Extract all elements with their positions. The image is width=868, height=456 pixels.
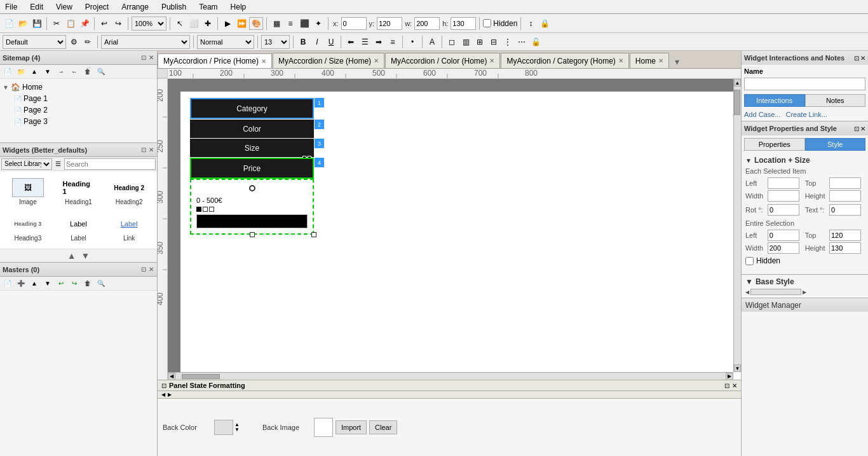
masters-close-icon[interactable]: ✕: [148, 265, 154, 273]
color-picker-icon[interactable]: 🎨: [249, 17, 263, 30]
resize-handle-bottom[interactable]: [250, 232, 255, 237]
preview-icon[interactable]: ⏩: [235, 17, 248, 30]
valign-icon[interactable]: ⊟: [487, 36, 500, 48]
widgets-close-icon[interactable]: ✕: [148, 146, 154, 154]
widget-label[interactable]: Label Label: [55, 211, 103, 245]
e-width-input[interactable]: [768, 242, 799, 254]
acc-color-header[interactable]: Color: [190, 120, 314, 138]
tab-2-close[interactable]: ✕: [489, 57, 494, 64]
arrange2-icon[interactable]: ▥: [459, 36, 472, 48]
masters-add2-icon[interactable]: ➕: [15, 277, 27, 290]
sitemap-search-icon[interactable]: 🔍: [95, 66, 107, 78]
tab-4-close[interactable]: ✕: [658, 57, 663, 64]
interactions-close-icon[interactable]: ✕: [860, 55, 865, 62]
color-down-arrow[interactable]: ▼: [234, 427, 240, 432]
create-link-link[interactable]: Create Link...: [785, 111, 827, 118]
bold-icon[interactable]: B: [297, 36, 309, 48]
style-manage-icon[interactable]: ⚙: [67, 36, 80, 48]
acc-category-header[interactable]: Category: [190, 98, 314, 119]
style-edit-icon[interactable]: ✏: [81, 36, 94, 48]
location-arrow-icon[interactable]: ▼: [745, 157, 752, 164]
cut-icon[interactable]: ✂: [50, 17, 63, 30]
group-icon[interactable]: ⊞: [473, 36, 486, 48]
base-style-arrow-icon[interactable]: ▼: [745, 277, 753, 286]
left-input[interactable]: [768, 177, 799, 189]
masters-green-icon[interactable]: ↩: [55, 277, 67, 290]
menu-arrange[interactable]: Arrange: [119, 1, 151, 13]
tab-3[interactable]: MyAccordion / Category (Home) ✕: [501, 53, 628, 68]
style-select[interactable]: Normal: [197, 35, 254, 49]
masters-delete-icon[interactable]: 🗑: [81, 277, 94, 290]
copy-icon[interactable]: 📋: [64, 17, 77, 30]
scroll-up-icon[interactable]: ▲: [65, 251, 79, 261]
open-icon[interactable]: 📂: [17, 17, 29, 30]
vscroll-thumb[interactable]: [734, 90, 740, 115]
effects-icon[interactable]: ✦: [312, 17, 325, 30]
widget-heading3[interactable]: Heading 3 Heading3: [4, 211, 52, 245]
lock2-icon[interactable]: 🔓: [529, 36, 542, 48]
default-select[interactable]: Default: [3, 35, 66, 49]
widget-link[interactable]: Label Link: [105, 211, 153, 245]
tab-0-close[interactable]: ✕: [261, 58, 266, 65]
hidden-prop-checkbox[interactable]: [745, 257, 754, 265]
border-icon[interactable]: ▦: [270, 17, 283, 30]
base-scroll-right-icon[interactable]: ▶: [803, 289, 806, 295]
widget-heading2[interactable]: Heading 2 Heading2: [105, 175, 153, 209]
menu-help[interactable]: Help: [228, 1, 249, 13]
import-button[interactable]: Import: [336, 420, 367, 434]
undo-icon[interactable]: ↩: [98, 17, 111, 30]
tab-0[interactable]: MyAccordion / Price (Home) ✕: [158, 53, 272, 69]
acc-size-header[interactable]: Size: [190, 139, 314, 157]
menu-team[interactable]: Team: [196, 1, 220, 13]
justify-icon[interactable]: ≡: [386, 36, 399, 48]
save-icon[interactable]: 💾: [31, 17, 43, 30]
interactions-expand-icon[interactable]: ⊡: [854, 55, 859, 62]
bottom-expand-icon[interactable]: ⊡: [161, 382, 166, 389]
tab-4[interactable]: Home ✕: [630, 53, 669, 68]
tab-1[interactable]: MyAccordion / Size (Home) ✕: [273, 53, 384, 68]
tab-properties[interactable]: Properties: [744, 138, 805, 151]
sitemap-home-item[interactable]: ▼ 🏠 Home: [3, 81, 154, 93]
tab-style[interactable]: Style: [805, 138, 866, 151]
w-input[interactable]: [414, 17, 440, 30]
widget-heading1[interactable]: Heading 1 Heading1: [55, 175, 103, 209]
scroll-down-btn2[interactable]: ▼: [734, 364, 741, 372]
props-close-icon[interactable]: ✕: [860, 125, 865, 132]
library-select[interactable]: Select Library: [1, 158, 52, 170]
hscroll-thumb[interactable]: [182, 374, 220, 379]
crop-icon[interactable]: ✚: [201, 17, 214, 30]
e-top-input[interactable]: [829, 230, 861, 241]
sitemap-folder-icon[interactable]: 📁: [15, 66, 27, 78]
scroll-left-btn[interactable]: ◀: [168, 373, 175, 380]
sitemap-close-icon[interactable]: ✕: [148, 53, 154, 62]
menu-project[interactable]: Project: [83, 1, 111, 13]
slider-handle[interactable]: [249, 185, 255, 191]
sitemap-add-icon[interactable]: 📄: [1, 66, 14, 78]
sitemap-page2[interactable]: 📄 Page 2: [14, 104, 154, 116]
new-icon[interactable]: 📄: [3, 17, 15, 30]
tab-notes[interactable]: Notes: [805, 94, 866, 107]
e-height-input[interactable]: [829, 242, 861, 254]
widgets-search[interactable]: [64, 158, 156, 170]
masters-expand-icon[interactable]: ⊡: [140, 265, 147, 273]
masters-up-icon[interactable]: ▲: [28, 277, 41, 290]
sitemap-delete-icon[interactable]: 🗑: [81, 66, 94, 78]
sitemap-page1[interactable]: 📄 Page 1: [14, 93, 154, 104]
masters-green2-icon[interactable]: ↪: [68, 277, 81, 290]
top-input[interactable]: [829, 177, 861, 189]
h-input[interactable]: [451, 17, 476, 30]
sitemap-page3[interactable]: 📄 Page 3: [14, 116, 154, 127]
widgets-menu-icon[interactable]: ☰: [53, 158, 63, 170]
bottom-scroll-right[interactable]: ▶: [168, 392, 172, 397]
more-icon[interactable]: ⋯: [515, 36, 528, 48]
paste-icon[interactable]: 📌: [78, 17, 91, 30]
sitemap-outdent-icon[interactable]: ←: [68, 66, 81, 78]
italic-icon[interactable]: I: [311, 36, 323, 48]
menu-file[interactable]: File: [3, 1, 20, 13]
pointer-icon[interactable]: ↖: [173, 17, 186, 30]
e-left-input[interactable]: [768, 230, 799, 241]
menu-publish[interactable]: Publish: [159, 1, 189, 13]
height-input[interactable]: [829, 190, 861, 202]
price-text-input[interactable]: [196, 214, 308, 228]
sitemap-down-icon[interactable]: ▼: [41, 66, 54, 78]
